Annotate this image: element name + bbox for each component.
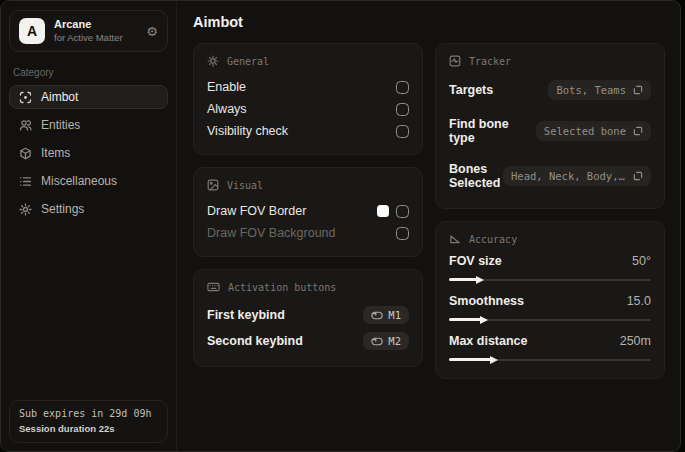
accuracy-panel: Accuracy FOV size 50°: [435, 221, 665, 379]
sub-expiry-text: Sub expires in 29d 09h: [19, 408, 158, 419]
category-nav: Aimbot Entities Items: [9, 85, 168, 221]
general-panel: General Enable Always Visibility check: [193, 43, 423, 155]
setting-label: Always: [207, 102, 247, 116]
keybind-value: M1: [388, 309, 401, 321]
sidebar-item-label: Items: [41, 146, 70, 160]
visibility-check-checkbox[interactable]: [396, 125, 409, 138]
fov-size-slider[interactable]: [449, 275, 651, 284]
keybind-label: Second keybind: [207, 334, 303, 348]
panel-title: Accuracy: [469, 234, 517, 245]
sidebar-item-items[interactable]: Items: [9, 141, 168, 165]
page-title: Aimbot: [193, 14, 665, 30]
brand-card: A Arcane for Active Matter ⚙: [9, 10, 168, 52]
panel-title: Activation buttons: [228, 282, 336, 293]
mouse-icon: [371, 337, 383, 346]
brand-logo: A: [19, 18, 45, 44]
sun-icon: [207, 55, 219, 67]
keybind-value: M2: [388, 335, 401, 347]
fov-background-checkbox[interactable]: [396, 227, 409, 240]
brand-subtitle: for Active Matter: [54, 32, 137, 44]
category-label: Category: [13, 67, 164, 78]
sidebar-item-label: Entities: [41, 118, 80, 132]
panel-title: Visual: [227, 180, 263, 191]
slider-row-smoothness: Smoothness 15.0: [449, 294, 651, 324]
panel-title: Tracker: [469, 56, 511, 67]
setting-row-always: Always: [207, 98, 409, 120]
fov-border-checkbox[interactable]: [396, 205, 409, 218]
slider-row-max-distance: Max distance 250m: [449, 334, 651, 364]
smoothness-slider[interactable]: [449, 315, 651, 324]
image-icon: [207, 179, 219, 191]
subscription-card: Sub expires in 29d 09h Session duration …: [9, 400, 168, 443]
expand-icon: [633, 126, 643, 136]
slider-value: 50°: [632, 254, 651, 268]
cube-icon: [19, 147, 32, 160]
left-column: General Enable Always Visibility check: [193, 43, 423, 367]
keybind-row-first: First keybind M1: [207, 302, 409, 328]
activity-icon: [449, 55, 461, 67]
slider-label: Smoothness: [449, 294, 524, 308]
setting-label: Draw FOV Border: [207, 204, 306, 218]
keybind-label: First keybind: [207, 308, 285, 322]
sidebar-item-settings[interactable]: Settings: [9, 197, 168, 221]
dropdown-value: Head, Neck, Body, Pe..: [511, 170, 626, 182]
main-content: Aimbot General Enable: [177, 1, 680, 451]
slider-value: 15.0: [627, 294, 651, 308]
brand-text: Arcane for Active Matter: [54, 18, 137, 44]
panel-title: General: [227, 56, 269, 67]
app-window: A Arcane for Active Matter ⚙ Category Ai…: [0, 0, 681, 452]
slider-fill: [449, 278, 477, 281]
setting-row-fov-border: Draw FOV Border: [207, 200, 409, 222]
max-distance-slider[interactable]: [449, 355, 651, 364]
setting-row-fov-background: Draw FOV Background: [207, 222, 409, 244]
brand-name: Arcane: [54, 18, 137, 32]
enable-checkbox[interactable]: [396, 81, 409, 94]
sidebar: A Arcane for Active Matter ⚙ Category Ai…: [1, 1, 177, 451]
keybind-row-second: Second keybind M2: [207, 328, 409, 354]
tracker-label: Targets: [449, 83, 493, 97]
visual-panel: Visual Draw FOV Border Draw FOV Backgrou…: [193, 167, 423, 257]
setting-row-enable: Enable: [207, 76, 409, 98]
settings-gear-icon[interactable]: ⚙: [146, 25, 158, 38]
angle-icon: [449, 233, 461, 245]
list-icon: [19, 175, 32, 188]
mouse-icon: [371, 311, 383, 320]
slider-row-fov-size: FOV size 50°: [449, 254, 651, 284]
slider-value: 250m: [620, 334, 651, 348]
gear-icon: [19, 203, 32, 216]
sidebar-item-entities[interactable]: Entities: [9, 113, 168, 137]
visual-panel-header: Visual: [207, 179, 409, 191]
slider-fill: [449, 318, 481, 321]
setting-label: Enable: [207, 80, 246, 94]
slider-label: Max distance: [449, 334, 528, 348]
second-keybind-button[interactable]: M2: [363, 332, 409, 350]
first-keybind-button[interactable]: M1: [363, 306, 409, 324]
dropdown-value: Bots, Teams: [556, 84, 626, 96]
activation-panel: Activation buttons First keybind M1 Seco…: [193, 269, 423, 367]
general-panel-header: General: [207, 55, 409, 67]
setting-label: Visibility check: [207, 124, 288, 138]
sidebar-item-aimbot[interactable]: Aimbot: [9, 85, 168, 109]
tracker-row-bones-selected: Bones Selected Head, Neck, Body, Pe..: [449, 158, 651, 194]
tracker-label: Find bone type: [449, 117, 536, 145]
expand-icon: [633, 171, 643, 181]
slider-label: FOV size: [449, 254, 502, 268]
always-checkbox[interactable]: [396, 103, 409, 116]
tracker-label: Bones Selected: [449, 162, 503, 190]
users-icon: [19, 119, 32, 132]
bone-type-dropdown[interactable]: Selected bone: [536, 121, 651, 141]
sidebar-item-label: Settings: [41, 202, 84, 216]
tracker-panel: Tracker Targets Bots, Teams Find bone ty…: [435, 43, 665, 209]
sidebar-item-miscellaneous[interactable]: Miscellaneous: [9, 169, 168, 193]
tracker-row-targets: Targets Bots, Teams: [449, 76, 651, 104]
slider-fill: [449, 358, 491, 361]
session-duration-text: Session duration 22s: [19, 423, 158, 434]
crosshair-icon: [19, 91, 32, 104]
activation-panel-header: Activation buttons: [207, 281, 409, 293]
bones-selected-dropdown[interactable]: Head, Neck, Body, Pe..: [503, 166, 651, 186]
right-column: Tracker Targets Bots, Teams Find bone ty…: [435, 43, 665, 379]
dropdown-value: Selected bone: [544, 125, 626, 137]
fov-border-color-swatch[interactable]: [377, 205, 389, 217]
targets-dropdown[interactable]: Bots, Teams: [548, 80, 651, 100]
sidebar-item-label: Aimbot: [41, 90, 78, 104]
